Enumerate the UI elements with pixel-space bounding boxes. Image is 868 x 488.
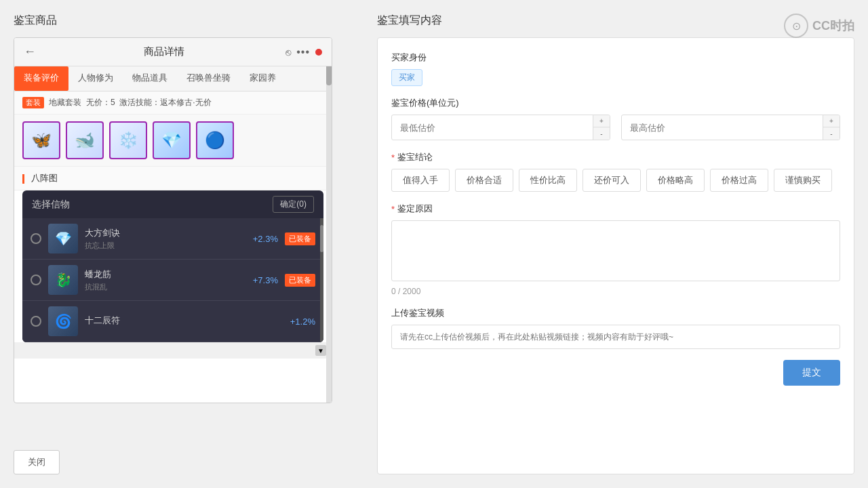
conclusion-btn-3[interactable]: 还价可入 [583, 169, 641, 192]
min-price-increase[interactable]: + [593, 115, 610, 127]
conclusion-btn-4[interactable]: 价格略高 [646, 169, 705, 192]
item-name-1: 大方剑诀 [85, 227, 246, 239]
item-percent-2: +7.3% [253, 275, 278, 285]
min-price-group: + - [391, 115, 610, 140]
logo-text: CC时拍 [812, 18, 854, 34]
item-info-3: 十二辰符 [85, 314, 283, 328]
conclusion-btn-1[interactable]: 价格合适 [455, 169, 513, 192]
selection-modal: 选择信物 确定(0) 💎 大方剑诀 抗忘上限 +2.3% 已装备 [22, 190, 323, 342]
item-sub-1: 抗忘上限 [85, 241, 246, 251]
conclusion-btn-5[interactable]: 价格过高 [710, 169, 768, 192]
max-price-btns: + - [823, 115, 840, 140]
modal-header: 选择信物 确定(0) [22, 190, 323, 218]
char-count: 0 / 2000 [391, 287, 840, 296]
set-info-text: 地藏套装 无价：5 激活技能：返本修古·无价 [49, 98, 211, 107]
set-badge: 套装 [22, 97, 44, 108]
tab-garden[interactable]: 家园养 [240, 66, 285, 91]
max-price-group: + - [621, 115, 840, 140]
scroll-down-btn[interactable]: ▼ [315, 345, 326, 356]
price-label: 鉴宝价格(单位元) [391, 97, 840, 109]
price-row: + - + - [391, 115, 840, 140]
item-info-1: 大方剑诀 抗忘上限 [85, 227, 246, 251]
close-button[interactable]: 关闭 [14, 450, 60, 474]
conclusion-label: * 鉴宝结论 [391, 151, 840, 163]
phone-icons: ⎋ ••• [285, 46, 322, 58]
buyer-identity-section: 买家身份 买家 [391, 52, 840, 86]
max-price-increase[interactable]: + [823, 115, 840, 127]
video-label: 上传鉴宝视频 [391, 307, 840, 319]
max-price-decrease[interactable]: - [823, 127, 840, 140]
tab-equipment[interactable]: 装备评价 [14, 66, 68, 91]
modal-title: 选择信物 [32, 199, 70, 211]
modal-list[interactable]: 💎 大方剑诀 抗忘上限 +2.3% 已装备 🐉 蟠龙筋 [22, 218, 323, 342]
more-icon[interactable]: ••• [296, 46, 310, 58]
item-icons-row: 🦋 🐋 ❄️ 💎 🔵 [14, 115, 332, 167]
logo-icon: ⊙ [784, 14, 808, 38]
modal-item-2[interactable]: 🐉 蟠龙筋 抗混乱 +7.3% 已装备 [22, 260, 323, 301]
tab-bar: 装备评价 人物修为 物品道具 召唤兽坐骑 家园养 [14, 66, 332, 92]
back-icon[interactable]: ← [24, 45, 36, 59]
logo-area: ⊙ CC时拍 [784, 14, 854, 38]
conclusion-btn-0[interactable]: 值得入手 [391, 169, 450, 192]
item-tag-1: 已装备 [285, 232, 315, 245]
min-price-input[interactable] [392, 117, 593, 138]
buyer-badge: 买家 [391, 69, 422, 86]
phone-header: ← 商品详情 ⎋ ••• [14, 38, 332, 66]
item-percent-1: +2.3% [253, 234, 278, 244]
item-icon-1[interactable]: 🦋 [22, 121, 60, 159]
required-star-2: * [391, 204, 395, 214]
item-icon-3[interactable]: ❄️ [109, 121, 147, 159]
buyer-identity-label: 买家身份 [391, 52, 840, 64]
item-tag-2: 已装备 [285, 274, 315, 287]
phone-frame: ← 商品详情 ⎋ ••• 装备评价 人物修为 物品道具 召唤兽坐骑 家园养 套装… [14, 37, 332, 403]
conclusion-section: * 鉴宝结论 值得入手 价格合适 性价比高 还价可入 价格略高 价格过高 谨慎购… [391, 151, 840, 192]
tab-character[interactable]: 人物修为 [68, 66, 123, 91]
reason-section: * 鉴定原因 0 / 2000 [391, 203, 840, 296]
notification-dot [315, 49, 322, 56]
conclusion-btn-2[interactable]: 性价比高 [519, 169, 577, 192]
close-btn-row: 关闭 [14, 450, 60, 474]
modal-confirm-button[interactable]: 确定(0) [273, 196, 314, 213]
set-info-bar: 套装 地藏套装 无价：5 激活技能：返本修古·无价 [14, 92, 332, 115]
modal-item-1[interactable]: 💎 大方剑诀 抗忘上限 +2.3% 已装备 [22, 218, 323, 260]
section-divider [22, 174, 24, 184]
modal-scrollbar[interactable] [320, 218, 323, 342]
tab-items[interactable]: 物品道具 [123, 66, 177, 91]
share-icon[interactable]: ⎋ [285, 47, 291, 58]
min-price-decrease[interactable]: - [593, 127, 610, 140]
scrollbar[interactable] [326, 38, 332, 403]
item-percent-3: +1.2% [290, 317, 315, 327]
item-name-2: 蟠龙筋 [85, 268, 246, 281]
submit-button[interactable]: 提文 [783, 360, 840, 386]
modal-scrollbar-thumb[interactable] [320, 225, 323, 252]
item-icon-dafang: 💎 [48, 224, 78, 253]
item-icon-4[interactable]: 💎 [153, 121, 191, 159]
item-sub-2: 抗混乱 [85, 282, 246, 292]
reason-label: * 鉴定原因 [391, 203, 840, 215]
max-price-input[interactable] [622, 117, 823, 138]
radio-2[interactable] [31, 274, 41, 285]
left-panel-title: 鉴宝商品 [14, 14, 366, 28]
item-icon-5[interactable]: 🔵 [196, 121, 234, 159]
item-icon-shier: 🌀 [48, 306, 78, 336]
radio-3[interactable] [31, 316, 41, 327]
radio-1[interactable] [31, 233, 41, 244]
tab-summon[interactable]: 召唤兽坐骑 [177, 66, 240, 91]
video-section: 上传鉴宝视频 [391, 307, 840, 349]
video-input[interactable] [391, 325, 840, 349]
item-icon-2[interactable]: 🐋 [66, 121, 104, 159]
min-price-btns: + - [593, 115, 610, 140]
price-section: 鉴宝价格(单位元) + - + - [391, 97, 840, 140]
required-star-1: * [391, 152, 395, 163]
modal-item-3[interactable]: 🌀 十二辰符 +1.2% [22, 301, 323, 342]
conclusion-btn-6[interactable]: 谨慎购买 [774, 169, 832, 192]
right-panel-title: 鉴宝填写内容 [377, 14, 854, 28]
item-icon-panlong: 🐉 [48, 265, 78, 295]
section-header: 八阵图 [14, 167, 332, 190]
form-card: 买家身份 买家 鉴宝价格(单位元) + - [377, 37, 854, 474]
conclusion-buttons: 值得入手 价格合适 性价比高 还价可入 价格略高 价格过高 谨慎购买 [391, 169, 840, 192]
section-title: 八阵图 [31, 173, 58, 183]
reason-textarea[interactable] [391, 220, 840, 281]
phone-title: 商品详情 [43, 45, 285, 58]
submit-row: 提文 [391, 360, 840, 386]
